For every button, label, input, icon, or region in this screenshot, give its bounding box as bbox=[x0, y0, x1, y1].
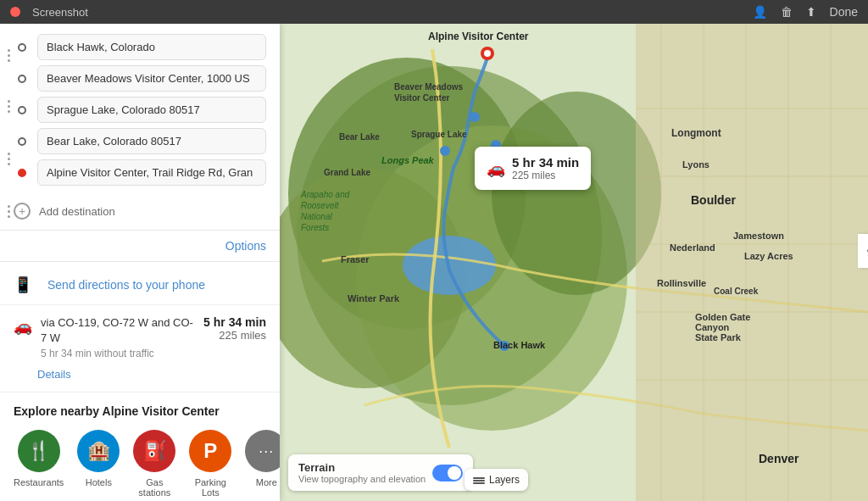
add-destination-row[interactable]: + Add destination bbox=[0, 196, 280, 226]
terrain-label: Terrain bbox=[298, 461, 426, 474]
waypoint-input-1[interactable] bbox=[37, 34, 266, 60]
waypoint-icon-1 bbox=[14, 39, 31, 56]
waypoint-circle-dest bbox=[18, 169, 26, 177]
terrain-panel: Terrain View topography and elevation bbox=[288, 454, 473, 491]
divider-1 bbox=[0, 230, 280, 231]
route-no-traffic: 5 hr 34 min without traffic bbox=[41, 348, 195, 359]
layers-icon bbox=[473, 474, 485, 486]
waypoint-input-2[interactable] bbox=[37, 65, 266, 92]
waypoint-circle-4 bbox=[18, 137, 26, 146]
waypoint-row-4 bbox=[14, 128, 266, 154]
car-icon: 🚗 bbox=[14, 317, 32, 336]
terrain-toggle-knob bbox=[448, 466, 461, 480]
waypoint-row-5 bbox=[14, 159, 266, 186]
route-details: via CO-119, CO-72 W and CO-7 W 5 hr 34 m… bbox=[41, 315, 195, 359]
options-row: Options bbox=[0, 234, 280, 258]
route-time: 5 hr 34 min bbox=[203, 315, 266, 329]
waypoint-icon-4 bbox=[14, 133, 31, 150]
explore-title: Explore nearby Alpine Visitor Center bbox=[14, 404, 266, 418]
waypoint-row-3 bbox=[14, 97, 266, 123]
add-destination-label: Add destination bbox=[39, 205, 115, 218]
svg-point-23 bbox=[499, 341, 509, 351]
collapse-panel-arrow[interactable]: ‹ bbox=[858, 234, 868, 268]
options-link[interactable]: Options bbox=[225, 239, 266, 253]
explore-item-restaurants[interactable]: 🍴Restaurants bbox=[14, 430, 64, 498]
waypoint-circle-3 bbox=[18, 106, 26, 114]
explore-section: Explore nearby Alpine Visitor Center 🍴Re… bbox=[0, 392, 280, 501]
explore-label-restaurants: Restaurants bbox=[14, 477, 64, 487]
divider-2 bbox=[0, 261, 280, 262]
svg-point-20 bbox=[470, 112, 480, 122]
terrain-toggle[interactable] bbox=[432, 465, 463, 482]
waypoints-section bbox=[0, 24, 280, 196]
route-name: via CO-119, CO-72 W and CO-7 W bbox=[41, 315, 195, 346]
dots-3 bbox=[8, 153, 10, 165]
route-header: 🚗 via CO-119, CO-72 W and CO-7 W 5 hr 34… bbox=[14, 315, 266, 359]
send-phone-icon: 📱 bbox=[14, 276, 37, 294]
share-icon[interactable]: ⬆ bbox=[806, 5, 816, 19]
waypoint-icon-2 bbox=[14, 70, 31, 87]
route-distance: 225 miles bbox=[203, 329, 266, 342]
explore-item-gas_stations[interactable]: ⛽Gas stations bbox=[133, 430, 175, 498]
explore-label-more: More bbox=[256, 477, 277, 487]
map-area[interactable]: Alpine Visitor Center Beaver MeadowsVisi… bbox=[280, 24, 868, 501]
trash-icon[interactable]: 🗑 bbox=[781, 5, 793, 19]
left-panel: + Add destination Options 📱 Send directi… bbox=[0, 24, 280, 501]
svg-rect-26 bbox=[473, 482, 485, 484]
titlebar-actions: 👤 🗑 ⬆ Done bbox=[753, 5, 858, 19]
explore-label-parking_lots: Parking Lots bbox=[189, 477, 231, 498]
terrain-text-block: Terrain View topography and elevation bbox=[298, 461, 426, 484]
popup-car-icon: 🚗 bbox=[487, 159, 505, 178]
route-popup: 🚗 5 hr 34 min 225 miles bbox=[475, 147, 591, 190]
svg-rect-7 bbox=[636, 24, 868, 501]
terrain-sublabel: View topography and elevation bbox=[298, 474, 426, 484]
titlebar: Screenshot 👤 🗑 ⬆ Done bbox=[0, 0, 868, 24]
done-button[interactable]: Done bbox=[830, 5, 858, 19]
waypoint-icon-5 bbox=[14, 164, 31, 181]
dots-1 bbox=[8, 49, 10, 62]
popup-distance: 225 miles bbox=[512, 170, 579, 181]
titlebar-title: Screenshot bbox=[32, 6, 88, 19]
waypoint-input-5[interactable] bbox=[37, 159, 266, 186]
person-icon[interactable]: 👤 bbox=[753, 5, 767, 19]
send-directions-row[interactable]: 📱 Send directions to your phone bbox=[0, 265, 280, 305]
svg-rect-24 bbox=[473, 477, 485, 479]
details-link[interactable]: Details bbox=[37, 368, 71, 381]
waypoint-circle-1 bbox=[18, 43, 26, 52]
close-dot[interactable] bbox=[10, 7, 20, 17]
popup-info: 5 hr 34 min 225 miles bbox=[512, 155, 579, 181]
layers-label: Layers bbox=[489, 474, 520, 486]
svg-point-19 bbox=[484, 50, 491, 57]
explore-item-more[interactable]: ···More bbox=[245, 430, 280, 498]
svg-rect-25 bbox=[473, 480, 485, 482]
explore-label-gas_stations: Gas stations bbox=[133, 477, 175, 498]
add-destination-icon: + bbox=[14, 203, 31, 220]
route-option: 🚗 via CO-119, CO-72 W and CO-7 W 5 hr 34… bbox=[0, 305, 280, 392]
explore-circle-restaurants: 🍴 bbox=[18, 430, 60, 472]
layers-button[interactable]: Layers bbox=[465, 469, 528, 491]
explore-item-parking_lots[interactable]: PParking Lots bbox=[189, 430, 231, 498]
waypoint-row-1 bbox=[14, 34, 266, 60]
waypoint-input-4[interactable] bbox=[37, 128, 266, 154]
waypoint-row-2 bbox=[14, 65, 266, 92]
svg-point-22 bbox=[440, 146, 450, 156]
dots-2 bbox=[8, 100, 10, 113]
waypoint-circle-2 bbox=[18, 75, 26, 83]
waypoint-icon-3 bbox=[14, 102, 31, 119]
send-directions-label: Send directions to your phone bbox=[47, 278, 205, 292]
explore-circle-gas_stations: ⛽ bbox=[133, 430, 175, 472]
dots-4 bbox=[8, 205, 10, 218]
explore-items: 🍴Restaurants🏨Hotels⛽Gas stationsPParking… bbox=[14, 430, 266, 498]
explore-label-hotels: Hotels bbox=[86, 477, 112, 487]
explore-circle-parking_lots: P bbox=[189, 430, 231, 472]
waypoint-input-3[interactable] bbox=[37, 97, 266, 123]
route-links: Details bbox=[14, 366, 266, 381]
map-svg bbox=[280, 24, 868, 501]
explore-circle-hotels: 🏨 bbox=[77, 430, 120, 472]
route-time-dist: 5 hr 34 min 225 miles bbox=[203, 315, 266, 342]
explore-circle-more: ··· bbox=[245, 430, 280, 472]
popup-time: 5 hr 34 min bbox=[512, 155, 579, 170]
explore-item-hotels[interactable]: 🏨Hotels bbox=[77, 430, 120, 498]
